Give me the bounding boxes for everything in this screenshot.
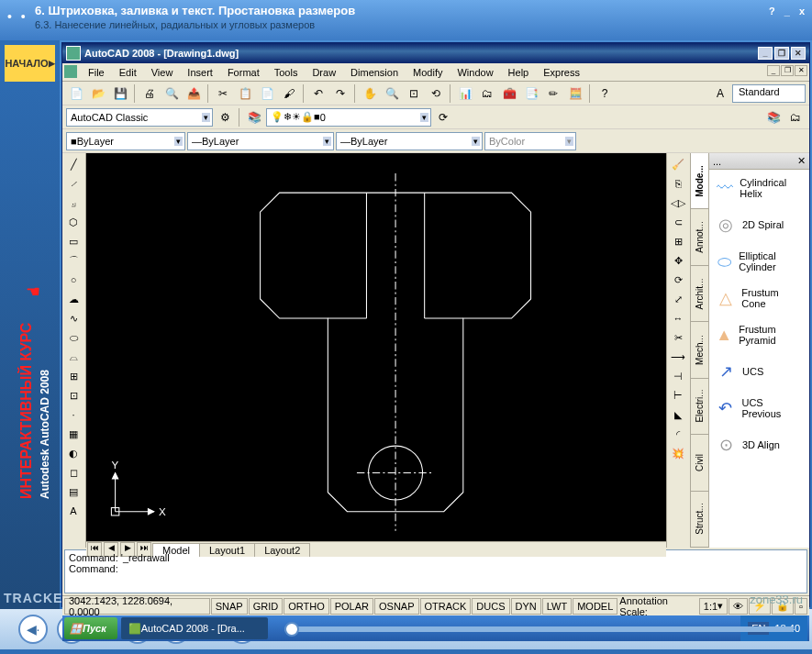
join-icon[interactable]: ⊢ bbox=[669, 386, 687, 405]
anno-vis-icon[interactable]: 👁 bbox=[729, 598, 748, 615]
new-icon[interactable]: 📄 bbox=[66, 83, 86, 104]
taskbar-item[interactable]: 🟩 AutoCAD 2008 - [Dra... bbox=[121, 617, 268, 639]
vtab-structural[interactable]: Struct... bbox=[691, 492, 708, 548]
autocad-titlebar[interactable]: AutoCAD 2008 - [Drawing1.dwg] _ ❐ ✕ bbox=[62, 43, 809, 63]
dc-icon[interactable]: 🗂 bbox=[477, 83, 497, 104]
block-icon[interactable]: ⊞ bbox=[64, 367, 83, 385]
copy-obj-icon[interactable]: ⎘ bbox=[669, 174, 687, 193]
point-icon[interactable]: · bbox=[64, 405, 83, 424]
start-button[interactable]: НАЧАЛО ▶ bbox=[5, 45, 55, 82]
layers-icon[interactable]: 📚 bbox=[763, 107, 784, 127]
player-prev-chapter[interactable]: ◀· bbox=[18, 615, 48, 644]
scale-icon[interactable]: ⤢ bbox=[669, 290, 687, 308]
arc-icon[interactable]: ⌒ bbox=[64, 251, 83, 270]
pan-icon[interactable]: ✋ bbox=[360, 83, 380, 104]
minimize-button[interactable]: _ bbox=[784, 6, 790, 17]
ducs-toggle[interactable]: DUCS bbox=[472, 598, 509, 615]
anno-scale-value[interactable]: 1:1 ▾ bbox=[699, 598, 728, 615]
tab-layout1[interactable]: Layout1 bbox=[199, 543, 255, 557]
lineweight-dropdown[interactable]: — ByLayer bbox=[336, 132, 483, 150]
style-dropdown[interactable]: Standard bbox=[732, 84, 806, 103]
layer-dropdown[interactable]: 💡❄☀🔒■ 0 bbox=[266, 108, 431, 127]
extend-icon[interactable]: ⟶ bbox=[669, 348, 687, 366]
menu-dimension[interactable]: Dimension bbox=[343, 65, 406, 80]
tp-icon[interactable]: 🧰 bbox=[499, 83, 519, 104]
color-dropdown[interactable]: ■ ByLayer bbox=[66, 132, 185, 150]
linetype-dropdown[interactable]: — ByLayer bbox=[187, 132, 334, 150]
break-icon[interactable]: ⊣ bbox=[669, 367, 687, 385]
offset-icon[interactable]: ⊂ bbox=[669, 213, 687, 231]
model-toggle[interactable]: MODEL bbox=[573, 598, 617, 615]
ellipse-icon[interactable]: ⬭ bbox=[64, 328, 83, 347]
rectangle-icon[interactable]: ▭ bbox=[64, 232, 83, 250]
spline-icon[interactable]: ∿ bbox=[64, 309, 83, 327]
snap-toggle[interactable]: SNAP bbox=[211, 598, 248, 615]
mdi-icon[interactable] bbox=[64, 65, 77, 78]
zoom-win-icon[interactable]: ⊡ bbox=[404, 83, 424, 104]
otrack-toggle[interactable]: OTRACK bbox=[420, 598, 472, 615]
cut-icon[interactable]: ✂ bbox=[213, 83, 233, 104]
open-icon[interactable]: 📂 bbox=[88, 83, 108, 104]
player-progress[interactable] bbox=[284, 626, 794, 632]
calc-icon[interactable]: 🧮 bbox=[565, 83, 585, 104]
palette-item[interactable]: 〰Cylindrical Helix bbox=[709, 170, 809, 206]
hatch-icon[interactable]: ▦ bbox=[64, 425, 83, 443]
vtab-electrical[interactable]: Electri... bbox=[691, 379, 708, 435]
layerstate-icon[interactable]: 🗂 bbox=[785, 107, 806, 127]
grid-toggle[interactable]: GRID bbox=[249, 598, 284, 615]
undo-icon[interactable]: ↶ bbox=[308, 83, 328, 104]
ellipsearc-icon[interactable]: ⌓ bbox=[64, 348, 83, 366]
start-button[interactable]: 🪟 Пуск bbox=[64, 617, 117, 639]
help-button[interactable]: ? bbox=[769, 6, 775, 17]
mirror-icon[interactable]: ◁▷ bbox=[669, 194, 687, 212]
trim-icon[interactable]: ✂ bbox=[669, 328, 687, 347]
vtab-architectural[interactable]: Archit... bbox=[691, 266, 708, 322]
mdi-close[interactable]: ✕ bbox=[795, 65, 807, 76]
menu-draw[interactable]: Draw bbox=[305, 65, 343, 80]
palette-close-icon[interactable]: ✕ bbox=[797, 155, 806, 167]
preview-icon[interactable]: 🔍 bbox=[161, 83, 182, 104]
stretch-icon[interactable]: ↔ bbox=[669, 309, 687, 327]
menu-tools[interactable]: Tools bbox=[267, 65, 306, 80]
mtext-icon[interactable]: A bbox=[64, 502, 83, 520]
circle-icon[interactable]: ○ bbox=[64, 271, 83, 289]
xline-icon[interactable]: ⟋ bbox=[64, 174, 83, 193]
palette-item[interactable]: ▲Frustum Pyramid bbox=[709, 316, 809, 353]
makeblock-icon[interactable]: ⊡ bbox=[64, 386, 83, 405]
line-icon[interactable]: ╱ bbox=[64, 155, 83, 173]
win-close[interactable]: ✕ bbox=[791, 47, 806, 60]
polygon-icon[interactable]: ⬡ bbox=[64, 213, 83, 231]
zoom-prev-icon[interactable]: ⟲ bbox=[426, 83, 446, 104]
menu-format[interactable]: Format bbox=[220, 65, 267, 80]
vtab-civil[interactable]: Civil bbox=[691, 435, 708, 491]
menu-file[interactable]: File bbox=[81, 65, 112, 80]
redo-icon[interactable]: ↷ bbox=[330, 83, 350, 104]
dyn-toggle[interactable]: DYN bbox=[511, 598, 541, 615]
win-restore[interactable]: ❐ bbox=[774, 47, 789, 60]
palette-item[interactable]: △Frustum Cone bbox=[709, 280, 809, 316]
print-icon[interactable]: 🖨 bbox=[139, 83, 160, 104]
win-minimize[interactable]: _ bbox=[758, 47, 773, 60]
props-icon[interactable]: 📊 bbox=[455, 83, 475, 104]
layer-props-icon[interactable]: 📚 bbox=[244, 107, 264, 127]
coords-readout[interactable]: 3042.1423, 1228.0694, 0.0000 bbox=[64, 598, 210, 615]
lwt-toggle[interactable]: LWT bbox=[542, 598, 572, 615]
pline-icon[interactable]: ⟓ bbox=[64, 194, 83, 212]
palette-item[interactable]: ↗UCS bbox=[709, 353, 809, 390]
vtab-annotation[interactable]: Annot... bbox=[691, 209, 708, 265]
menu-insert[interactable]: Insert bbox=[180, 65, 220, 80]
palette-item[interactable]: ⊙3D Align bbox=[709, 427, 809, 463]
tab-layout2[interactable]: Layout2 bbox=[254, 543, 310, 557]
zoom-rt-icon[interactable]: 🔍 bbox=[382, 83, 402, 104]
ssm-icon[interactable]: 📑 bbox=[521, 83, 541, 104]
save-icon[interactable]: 💾 bbox=[110, 83, 130, 104]
menu-help[interactable]: Help bbox=[501, 65, 537, 80]
fillet-icon[interactable]: ◜ bbox=[669, 425, 687, 443]
textstyle-icon[interactable]: A bbox=[710, 83, 730, 104]
region-icon[interactable]: ◻ bbox=[64, 463, 83, 482]
chamfer-icon[interactable]: ◣ bbox=[669, 405, 687, 424]
palette-item[interactable]: ↶UCS Previous bbox=[709, 390, 809, 427]
array-icon[interactable]: ⊞ bbox=[669, 232, 687, 250]
paste-icon[interactable]: 📄 bbox=[257, 83, 277, 104]
osnap-toggle[interactable]: OSNAP bbox=[374, 598, 419, 615]
